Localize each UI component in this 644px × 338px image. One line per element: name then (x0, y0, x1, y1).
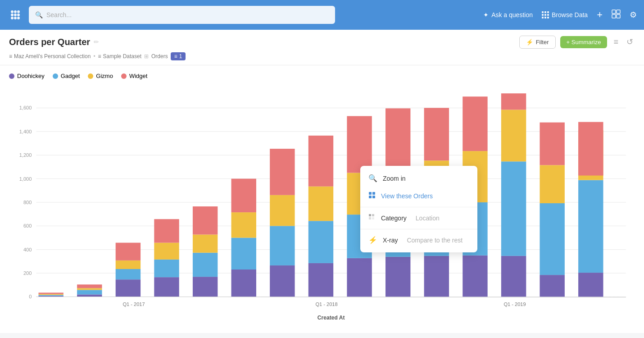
table-icon (368, 192, 376, 201)
svg-point-6 (11, 17, 14, 19)
filter-icon: ⚡ (526, 39, 533, 46)
bar-14[interactable] (578, 122, 603, 297)
bar-13[interactable] (540, 123, 564, 297)
bar-0[interactable] (38, 292, 63, 297)
svg-rect-90 (501, 110, 526, 161)
filter-badge-icon: ≡ (174, 53, 177, 59)
svg-rect-11 (547, 11, 549, 13)
svg-text:1,000: 1,000 (19, 176, 32, 182)
svg-point-3 (11, 14, 14, 16)
context-menu-view-orders[interactable]: View these Orders (360, 187, 477, 205)
context-menu-zoom-in[interactable]: 🔍 Zoom in (360, 169, 477, 187)
breadcrumb-collection[interactable]: ≡ Maz Ameli's Personal Collection (9, 53, 91, 59)
svg-rect-57 (193, 253, 218, 277)
bar-3[interactable] (154, 219, 179, 297)
svg-rect-20 (612, 14, 616, 18)
sort-button[interactable]: ≡ (612, 36, 620, 49)
svg-rect-72 (347, 258, 372, 297)
xray-icon: ⚡ (368, 236, 377, 244)
svg-rect-68 (308, 263, 333, 297)
svg-rect-95 (540, 123, 564, 165)
svg-point-0 (11, 10, 14, 13)
svg-rect-64 (270, 265, 295, 297)
chart-title: Orders per Quarter (9, 37, 90, 47)
svg-rect-56 (193, 277, 218, 297)
toolbar-top-row: Orders per Quarter ✏ ⚡ Filter + Summariz… (9, 35, 635, 49)
svg-rect-9 (542, 11, 544, 13)
svg-rect-87 (463, 96, 487, 151)
chart-svg-wrapper[interactable]: 0 200 400 600 800 1,000 1,200 1,400 1,60… (9, 85, 635, 327)
browse-data-button[interactable]: Browse Data (542, 11, 588, 18)
svg-rect-10 (544, 11, 546, 13)
svg-text:Q1 - 2017: Q1 - 2017 (122, 301, 145, 307)
collection-icon: ≡ (9, 53, 12, 59)
svg-rect-61 (231, 238, 256, 270)
legend-dot-gizmo (88, 73, 93, 79)
breadcrumb-orders[interactable]: Orders (151, 53, 168, 59)
edit-title-icon[interactable]: ✏ (94, 38, 99, 46)
svg-rect-80 (424, 256, 449, 297)
svg-point-2 (17, 10, 20, 13)
bar-7[interactable] (308, 136, 333, 297)
ask-question-button[interactable]: ✦ Ask a question (483, 11, 533, 18)
svg-rect-16 (544, 17, 546, 18)
breakdown-icon (368, 214, 376, 223)
search-bar[interactable]: 🔍 Search... (29, 6, 335, 24)
svg-rect-106 (372, 192, 375, 195)
bar-1[interactable] (77, 284, 102, 297)
svg-rect-17 (547, 17, 549, 18)
svg-rect-50 (116, 260, 141, 269)
svg-point-7 (14, 17, 17, 19)
context-menu: 🔍 Zoom in View these Orders (360, 166, 477, 252)
filter-badge[interactable]: ≡ 1 (171, 52, 186, 60)
svg-rect-41 (38, 295, 63, 296)
header-actions: ✦ Ask a question Browse Data + ⚙ (483, 9, 637, 21)
svg-rect-110 (372, 214, 374, 216)
svg-rect-46 (77, 288, 102, 290)
chart-legend: Doohickey Gadget Gizmo Widget (9, 73, 635, 79)
svg-rect-51 (116, 243, 141, 260)
bar-4[interactable] (193, 206, 218, 297)
filter-button[interactable]: ⚡ Filter (519, 36, 556, 49)
breadcrumb-sep-2: ⊞ (144, 53, 149, 59)
legend-dot-widget (121, 73, 127, 79)
svg-rect-94 (540, 165, 564, 203)
svg-rect-55 (154, 219, 179, 242)
svg-text:600: 600 (23, 223, 32, 228)
context-menu-xray[interactable]: ⚡ X-ray Compare to the rest (360, 231, 477, 249)
legend-gadget: Gadget (53, 73, 80, 79)
svg-text:1,600: 1,600 (19, 105, 32, 110)
settings-button[interactable]: ⚙ (630, 10, 637, 20)
svg-rect-19 (617, 10, 620, 14)
svg-rect-59 (193, 206, 218, 234)
new-button[interactable]: + (597, 9, 603, 21)
zoom-icon: 🔍 (368, 174, 377, 183)
context-menu-breakdown[interactable]: Category Location (360, 209, 477, 227)
bar-12[interactable] (501, 93, 526, 297)
bar-6[interactable] (270, 149, 295, 297)
breadcrumb-sep-1: • (93, 53, 95, 59)
svg-rect-15 (542, 17, 544, 18)
bar-2[interactable] (116, 243, 141, 297)
svg-rect-54 (154, 243, 179, 260)
svg-rect-71 (308, 136, 333, 187)
dataset-icon: ≡ (98, 53, 101, 59)
svg-rect-21 (617, 14, 620, 18)
svg-rect-93 (540, 203, 564, 275)
summarize-button[interactable]: + Summarize (560, 36, 608, 48)
svg-rect-69 (308, 221, 333, 263)
legend-doohickey: Doohickey (9, 73, 45, 79)
sparkle-icon: ✦ (483, 11, 489, 18)
svg-rect-108 (372, 196, 375, 198)
svg-rect-89 (501, 161, 526, 256)
svg-rect-91 (501, 93, 526, 110)
app-logo[interactable] (7, 7, 23, 23)
svg-text:Created At: Created At (317, 315, 345, 321)
bar-5[interactable] (231, 179, 256, 297)
svg-rect-42 (38, 294, 63, 295)
svg-rect-107 (369, 196, 372, 198)
dashboard-button[interactable] (612, 9, 621, 21)
breadcrumb-dataset[interactable]: ≡ Sample Dataset (98, 53, 141, 59)
svg-rect-67 (270, 149, 295, 195)
refresh-button[interactable]: ↺ (625, 35, 635, 49)
